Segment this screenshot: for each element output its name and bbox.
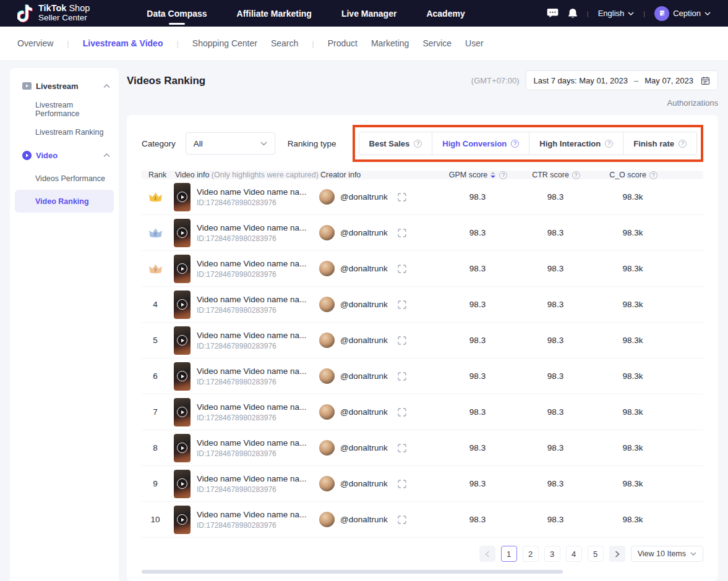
expand-icon[interactable]: [393, 336, 406, 345]
video-title[interactable]: Video name Video name na...: [197, 367, 306, 376]
video-thumbnail[interactable]: [174, 255, 191, 283]
expand-icon[interactable]: [393, 265, 406, 273]
video-thumbnail[interactable]: [174, 398, 191, 426]
creator-handle[interactable]: @donaltrunk: [340, 407, 388, 417]
video-thumbnail[interactable]: [174, 434, 191, 462]
page-size-select[interactable]: View 10 Items: [631, 546, 703, 562]
pagination-page-5[interactable]: 5: [588, 546, 604, 562]
sidebar-section-livestream[interactable]: Livestream: [10, 74, 119, 98]
pagination-page-1[interactable]: 1: [501, 546, 517, 562]
expand-icon[interactable]: [393, 515, 406, 524]
video-title[interactable]: Video name Video name na...: [197, 223, 306, 232]
subnav-item-user[interactable]: User: [465, 38, 484, 48]
messages-icon[interactable]: [547, 8, 559, 19]
topnav-item-live-manager[interactable]: Live Manager: [341, 9, 396, 19]
creator-handle[interactable]: @donaltrunk: [340, 192, 388, 201]
expand-icon[interactable]: [393, 229, 406, 237]
creator-avatar[interactable]: [319, 368, 335, 384]
chevron-down-icon: [690, 552, 696, 556]
subnav-item-overview[interactable]: Overview: [17, 38, 53, 48]
creator-handle[interactable]: @donaltrunk: [340, 371, 388, 381]
ranking-type-high-conversion[interactable]: High Conversion?: [432, 132, 529, 155]
sidebar-item-videos-performance[interactable]: Videos Performance: [10, 167, 119, 190]
sidebar-item-livestream-ranking[interactable]: Livestream Ranking: [10, 121, 119, 143]
video-title[interactable]: Video name Video name na...: [197, 438, 306, 447]
expand-icon[interactable]: [393, 372, 406, 381]
creator-handle[interactable]: @donaltrunk: [340, 228, 388, 237]
creator-handle[interactable]: @donaltrunk: [340, 479, 388, 488]
subnav-item-marketing[interactable]: Marketing: [371, 38, 409, 48]
video-title[interactable]: Video name Video name na...: [197, 510, 306, 519]
pagination-page-4[interactable]: 4: [566, 546, 582, 562]
subnav-item-service[interactable]: Service: [422, 38, 452, 48]
creator-avatar[interactable]: [319, 512, 335, 527]
expand-icon[interactable]: [393, 444, 406, 452]
sidebar-item-livestream-performance[interactable]: Livestream Performance: [10, 98, 119, 121]
expand-icon[interactable]: [393, 300, 406, 309]
creator-avatar[interactable]: [319, 476, 335, 491]
language-selector[interactable]: English: [598, 9, 635, 18]
topnav-item-data-compass[interactable]: Data Compass: [147, 9, 207, 19]
creator-avatar[interactable]: [319, 404, 335, 420]
subnav-item-search[interactable]: Search: [271, 38, 298, 48]
creator-avatar[interactable]: [319, 297, 335, 312]
account-menu[interactable]: Ception: [654, 6, 711, 21]
creator-handle[interactable]: @donaltrunk: [340, 443, 388, 452]
help-icon[interactable]: ?: [605, 140, 613, 148]
sidebar-item-video-ranking[interactable]: Video Ranking: [15, 190, 114, 213]
video-thumbnail[interactable]: [174, 290, 191, 319]
pagination-page-2[interactable]: 2: [523, 546, 539, 562]
help-icon[interactable]: ?: [572, 171, 580, 179]
sidebar-section-video[interactable]: Video: [10, 143, 119, 167]
help-icon[interactable]: ?: [511, 140, 519, 148]
video-thumbnail[interactable]: [174, 470, 191, 498]
video-thumbnail[interactable]: [174, 362, 191, 391]
creator-handle[interactable]: @donaltrunk: [340, 336, 388, 345]
pagination-prev-button[interactable]: [479, 546, 495, 562]
date-range-picker[interactable]: Last 7 days: May 01, 2023 – May 07, 2023: [526, 70, 719, 90]
expand-icon[interactable]: [393, 193, 406, 201]
video-info-cell: Video name Video name na...ID:1728467898…: [174, 506, 319, 534]
creator-avatar[interactable]: [319, 261, 335, 276]
subnav-item-livestream-video[interactable]: Livestream & Video: [83, 38, 163, 48]
creator-handle[interactable]: @donaltrunk: [340, 300, 388, 309]
creator-avatar[interactable]: [319, 333, 335, 348]
topnav-item-affiliate-marketing[interactable]: Affiliate Marketing: [237, 9, 312, 19]
play-icon: [177, 299, 187, 310]
help-icon[interactable]: ?: [414, 140, 422, 148]
pagination-page-3[interactable]: 3: [544, 546, 560, 562]
help-icon[interactable]: ?: [679, 140, 687, 148]
authorizations-link[interactable]: Authorizations: [667, 98, 718, 108]
ranking-type-best-sales[interactable]: Best Sales?: [359, 132, 433, 155]
ranking-type-finish-rate[interactable]: Finish rate?: [623, 132, 697, 155]
creator-handle[interactable]: @donaltrunk: [340, 264, 388, 273]
creator-avatar[interactable]: [319, 189, 335, 205]
video-title[interactable]: Video name Video name na...: [197, 402, 306, 412]
video-title[interactable]: Video name Video name na...: [197, 187, 306, 197]
video-title[interactable]: Video name Video name na...: [197, 295, 306, 304]
subnav-item-product[interactable]: Product: [328, 38, 358, 48]
video-thumbnail[interactable]: [174, 183, 191, 211]
help-icon[interactable]: ?: [649, 171, 657, 179]
notifications-bell-icon[interactable]: [568, 8, 578, 19]
video-title[interactable]: Video name Video name na...: [197, 259, 306, 268]
subnav-item-shopping-center[interactable]: Shopping Center: [192, 38, 257, 48]
sort-control[interactable]: [490, 172, 495, 178]
ranking-type-high-interaction[interactable]: High Interaction?: [529, 132, 623, 155]
topnav-item-academy[interactable]: Academy: [426, 9, 465, 19]
tiktok-shop-logo[interactable]: TikTok Shop Seller Center: [17, 4, 90, 23]
video-title[interactable]: Video name Video name na...: [197, 474, 306, 483]
creator-handle[interactable]: @donaltrunk: [340, 515, 388, 524]
pagination-next-button[interactable]: [609, 546, 625, 562]
video-thumbnail[interactable]: [174, 219, 191, 247]
expand-icon[interactable]: [393, 480, 406, 488]
creator-avatar[interactable]: [319, 440, 335, 456]
horizontal-scrollbar-thumb[interactable]: [142, 570, 563, 574]
creator-avatar[interactable]: [319, 225, 335, 240]
video-title[interactable]: Video name Video name na...: [197, 331, 306, 340]
help-icon[interactable]: ?: [499, 171, 507, 179]
video-thumbnail[interactable]: [174, 326, 191, 355]
category-select[interactable]: All: [186, 132, 275, 155]
expand-icon[interactable]: [393, 408, 406, 417]
video-thumbnail[interactable]: [174, 506, 191, 534]
